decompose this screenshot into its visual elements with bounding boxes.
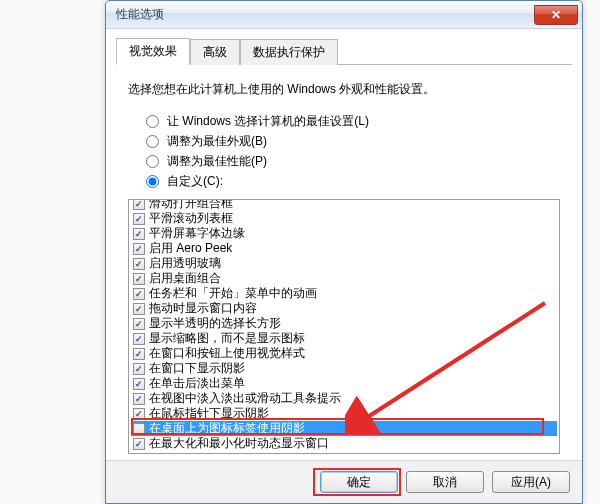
checkbox-icon[interactable]: ✓	[133, 408, 145, 420]
checkbox-icon[interactable]: ✓	[133, 200, 145, 210]
option-row[interactable]: ✓在窗口和按钮上使用视觉样式	[131, 346, 557, 361]
radio-label: 调整为最佳外观(B)	[167, 133, 267, 150]
option-row[interactable]: ✓平滑滚动列表框	[131, 211, 557, 226]
apply-button[interactable]: 应用(A)	[492, 471, 570, 493]
window-title: 性能选项	[116, 6, 534, 23]
option-row[interactable]: ✓启用透明玻璃	[131, 256, 557, 271]
checkbox-icon[interactable]: ✓	[133, 288, 145, 300]
cancel-button[interactable]: 取消	[406, 471, 484, 493]
option-row[interactable]: ✓在最大化和最小化时动态显示窗口	[131, 436, 557, 451]
performance-options-dialog: 性能选项 ✕ 视觉效果 高级 数据执行保护 选择您想在此计算机上使用的 Wind…	[105, 0, 583, 504]
radio-group: 让 Windows 选择计算机的最佳设置(L) 调整为最佳外观(B) 调整为最佳…	[146, 110, 560, 193]
checkbox-icon[interactable]: ✓	[133, 423, 145, 435]
radio-label: 调整为最佳性能(P)	[167, 153, 267, 170]
option-row[interactable]: ✓启用桌面组合	[131, 271, 557, 286]
checkbox-icon[interactable]: ✓	[133, 213, 145, 225]
radio-label: 让 Windows 选择计算机的最佳设置(L)	[167, 113, 369, 130]
option-row[interactable]: ✓在窗口下显示阴影	[131, 361, 557, 376]
ok-button[interactable]: 确定	[320, 471, 398, 493]
option-row[interactable]: ✓在单击后淡出菜单	[131, 376, 557, 391]
close-button[interactable]: ✕	[534, 5, 578, 25]
radio-input[interactable]	[146, 175, 159, 188]
options-listbox: ✓窗口内的动画控件和元素✓淡入淡出或滑动菜单到视图✓滑动打开组合框✓平滑滚动列表…	[128, 199, 560, 454]
checkbox-icon[interactable]: ✓	[133, 273, 145, 285]
option-row[interactable]: ✓启用 Aero Peek	[131, 241, 557, 256]
close-icon: ✕	[551, 8, 561, 22]
option-row[interactable]: ✓在视图中淡入淡出或滑动工具条提示	[131, 391, 557, 406]
tab-strip: 视觉效果 高级 数据执行保护	[106, 29, 582, 65]
checkbox-icon[interactable]: ✓	[133, 333, 145, 345]
radio-input[interactable]	[146, 115, 159, 128]
radio-best-performance[interactable]: 调整为最佳性能(P)	[146, 153, 560, 170]
option-label: 在最大化和最小化时动态显示窗口	[149, 435, 329, 452]
option-row[interactable]: ✓平滑屏幕字体边缘	[131, 226, 557, 241]
tab-dep[interactable]: 数据执行保护	[240, 39, 338, 65]
option-row[interactable]: ✓在鼠标指针下显示阴影	[131, 406, 557, 421]
checkbox-icon[interactable]: ✓	[133, 363, 145, 375]
option-row[interactable]: ✓显示缩略图，而不是显示图标	[131, 331, 557, 346]
dialog-footer: 确定 取消 应用(A)	[106, 460, 582, 503]
option-row[interactable]: ✓拖动时显示窗口内容	[131, 301, 557, 316]
tab-advanced[interactable]: 高级	[190, 39, 240, 65]
radio-input[interactable]	[146, 155, 159, 168]
radio-input[interactable]	[146, 135, 159, 148]
titlebar[interactable]: 性能选项 ✕	[106, 1, 582, 29]
checkbox-icon[interactable]: ✓	[133, 303, 145, 315]
checkbox-icon[interactable]: ✓	[133, 243, 145, 255]
radio-custom[interactable]: 自定义(C):	[146, 173, 560, 190]
checkbox-icon[interactable]: ✓	[133, 393, 145, 405]
checkbox-icon[interactable]: ✓	[133, 378, 145, 390]
radio-best-appearance[interactable]: 调整为最佳外观(B)	[146, 133, 560, 150]
intro-text: 选择您想在此计算机上使用的 Windows 外观和性能设置。	[128, 81, 560, 98]
tab-content: 选择您想在此计算机上使用的 Windows 外观和性能设置。 让 Windows…	[106, 65, 582, 460]
tab-visual-effects[interactable]: 视觉效果	[116, 38, 190, 65]
radio-let-windows-choose[interactable]: 让 Windows 选择计算机的最佳设置(L)	[146, 113, 560, 130]
options-listbox-scroll[interactable]: ✓窗口内的动画控件和元素✓淡入淡出或滑动菜单到视图✓滑动打开组合框✓平滑滚动列表…	[129, 200, 559, 453]
checkbox-icon[interactable]: ✓	[133, 228, 145, 240]
checkbox-icon[interactable]: ✓	[133, 258, 145, 270]
checkbox-icon[interactable]: ✓	[133, 438, 145, 450]
radio-label: 自定义(C):	[167, 173, 223, 190]
checkbox-icon[interactable]: ✓	[133, 318, 145, 330]
checkbox-icon[interactable]: ✓	[133, 348, 145, 360]
option-row[interactable]: ✓任务栏和「开始」菜单中的动画	[131, 286, 557, 301]
option-row[interactable]: ✓显示半透明的选择长方形	[131, 316, 557, 331]
option-row[interactable]: ✓在桌面上为图标标签使用阴影	[131, 421, 557, 436]
